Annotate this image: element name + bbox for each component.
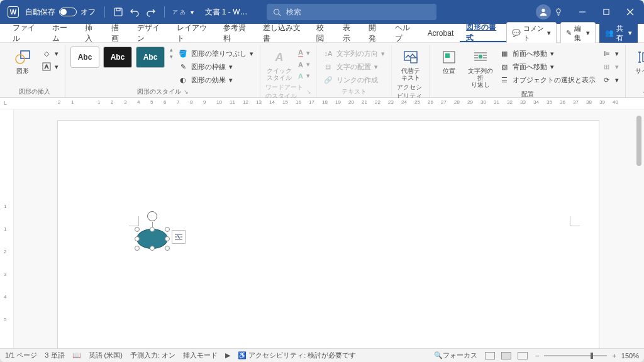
style-preset-2[interactable]: Abc	[103, 47, 132, 68]
maximize-button[interactable]	[601, 7, 611, 17]
style-preset-1[interactable]: Abc	[70, 47, 99, 68]
layout-options-button[interactable]	[172, 230, 186, 244]
tab-references[interactable]: 参考資料	[217, 24, 257, 42]
autosave-label: 自動保存	[25, 7, 55, 18]
tab-developer[interactable]: 開発	[362, 24, 389, 42]
redo-button[interactable]	[145, 6, 157, 18]
autosave-toggle[interactable]: 自動保存 オフ	[25, 7, 96, 18]
focus-mode-button[interactable]: 🔍フォーカス	[434, 351, 477, 360]
ribbon-tabs: ファイル ホーム 挿入 描画 デザイン レイアウト 参考資料 差し込み文書 校閲…	[0, 24, 644, 43]
tab-mailings[interactable]: 差し込み文書	[257, 24, 310, 42]
spell-check-icon[interactable]: 📖	[72, 351, 81, 359]
share-button[interactable]: 👥 共有 ▾	[599, 22, 638, 45]
language-status[interactable]: 英語 (米国)	[89, 351, 123, 360]
document-title: 文書 1 ‐ W…	[205, 7, 248, 18]
ellipse-shape[interactable]	[136, 229, 168, 249]
horizontal-ruler[interactable]: L 21123456789101112131415161718192021222…	[0, 98, 644, 109]
shape-outline-button[interactable]: ✎図形の枠線 ▾	[177, 61, 255, 72]
tab-help[interactable]: ヘルプ	[389, 24, 421, 42]
align-icon: ⊫	[602, 48, 612, 58]
minimize-button[interactable]	[577, 7, 587, 17]
tab-home[interactable]: ホーム	[46, 24, 79, 42]
resize-handle[interactable]	[135, 236, 140, 241]
fill-icon: 🪣	[178, 48, 188, 58]
svg-text:A: A	[45, 63, 48, 70]
tab-layout[interactable]: レイアウト	[170, 24, 217, 42]
resize-handle[interactable]	[165, 227, 170, 232]
quick-access-toolbar: ア あ ▾	[102, 6, 194, 18]
textbox-icon: A	[42, 62, 52, 72]
tab-insert[interactable]: 挿入	[79, 24, 105, 42]
undo-button[interactable]	[129, 6, 140, 18]
shape-fill-button[interactable]: 🪣図形の塗りつぶし ▾	[177, 48, 255, 59]
dialog-launcher-icon[interactable]: ↘	[184, 89, 189, 95]
web-layout-button[interactable]	[518, 352, 528, 359]
align-button[interactable]: ⊫▾	[601, 48, 620, 59]
tab-draw[interactable]: 描画	[105, 24, 131, 42]
bring-forward-button[interactable]: ▦前面へ移動 ▾	[498, 48, 597, 59]
tab-review[interactable]: 校閲	[310, 24, 336, 42]
selected-shape[interactable]	[136, 229, 168, 249]
close-button[interactable]	[625, 7, 635, 17]
vertical-ruler[interactable]: 112345	[0, 109, 14, 348]
macro-icon[interactable]: ▶	[225, 351, 230, 359]
accessibility-status[interactable]: ♿ アクセシビリティ: 検討が必要です	[238, 351, 356, 360]
rotate-button[interactable]: ⟳▾	[601, 74, 620, 85]
tab-acrobat[interactable]: Acrobat	[421, 24, 460, 42]
resize-handle[interactable]	[135, 227, 140, 232]
tab-shape-format[interactable]: 図形の書式	[460, 24, 506, 42]
svg-point-3	[541, 9, 545, 12]
predictive-input-status[interactable]: 予測入力: オン	[130, 351, 175, 360]
size-button[interactable]: サイズ	[631, 47, 644, 74]
edit-shape-button[interactable]: ◇▾	[40, 48, 60, 59]
resize-handle[interactable]	[135, 246, 140, 251]
editing-mode-button[interactable]: ✎ 編集 ▾	[560, 22, 596, 45]
text-direction-icon: ↕A	[323, 48, 333, 58]
svg-rect-10	[411, 58, 417, 63]
help-lightbulb-button[interactable]	[553, 7, 564, 17]
position-button[interactable]: 位置	[435, 47, 463, 74]
search-placeholder: 検索	[286, 7, 301, 18]
zoom-out-button[interactable]: −	[535, 352, 539, 359]
tab-design[interactable]: デザイン	[131, 24, 170, 42]
save-button[interactable]	[113, 6, 124, 18]
selection-pane-button[interactable]: ☰オブジェクトの選択と表示	[498, 74, 597, 85]
zoom-in-button[interactable]: +	[612, 352, 616, 359]
wrap-icon	[472, 49, 489, 65]
resize-handle[interactable]	[150, 227, 155, 232]
zoom-level[interactable]: 150%	[621, 352, 639, 359]
style-preset-3[interactable]: Abc	[136, 47, 165, 68]
rotation-handle[interactable]	[147, 211, 157, 221]
comments-button[interactable]: 💬 コメント ▾	[506, 22, 557, 45]
page-count[interactable]: 1/1 ページ	[5, 351, 37, 360]
alt-text-button[interactable]: 代替テ キスト	[397, 47, 425, 81]
wrap-text-button[interactable]: 文字列の折 り返し	[467, 47, 494, 88]
zoom-slider[interactable]	[544, 355, 607, 356]
group-accessibility: 代替テ キスト アクセシビリティ	[392, 45, 430, 97]
tab-view[interactable]: 表示	[336, 24, 363, 42]
group-arrange: 位置 文字列の折 り返し ▦前面へ移動 ▾ ▧背面へ移動 ▾ ☰オブジェクトの選…	[430, 45, 626, 97]
resize-handle[interactable]	[150, 246, 155, 251]
shape-effects-button[interactable]: ◐図形の効果 ▾	[177, 74, 255, 85]
search-input[interactable]: 検索	[267, 4, 436, 20]
vertical-scrollbar[interactable]	[634, 109, 643, 348]
print-layout-button[interactable]	[501, 352, 511, 359]
send-backward-button[interactable]: ▧背面へ移動 ▾	[498, 61, 597, 72]
shapes-gallery-button[interactable]: 図形	[9, 47, 36, 74]
toggle-off-icon	[59, 8, 77, 16]
wordart-icon: A	[271, 49, 287, 65]
position-icon	[441, 49, 457, 65]
svg-rect-0	[114, 8, 122, 16]
word-count[interactable]: 3 単語	[45, 351, 64, 360]
resize-handle[interactable]	[165, 236, 170, 241]
tab-file[interactable]: ファイル	[6, 24, 46, 42]
resize-handle[interactable]	[165, 246, 170, 251]
group-icon: ⊞	[602, 62, 612, 72]
insert-mode-status[interactable]: 挿入モード	[183, 351, 218, 360]
text-box-button[interactable]: A▾	[40, 61, 60, 72]
ribbon: 図形 ◇▾ A▾ 図形の挿入 Abc Abc Abc ▴▾ 🪣図形の塗りつぶし …	[0, 43, 644, 98]
svg-rect-1	[116, 8, 120, 11]
account-button[interactable]	[536, 4, 551, 19]
page[interactable]	[58, 121, 599, 348]
read-mode-button[interactable]	[485, 352, 495, 359]
